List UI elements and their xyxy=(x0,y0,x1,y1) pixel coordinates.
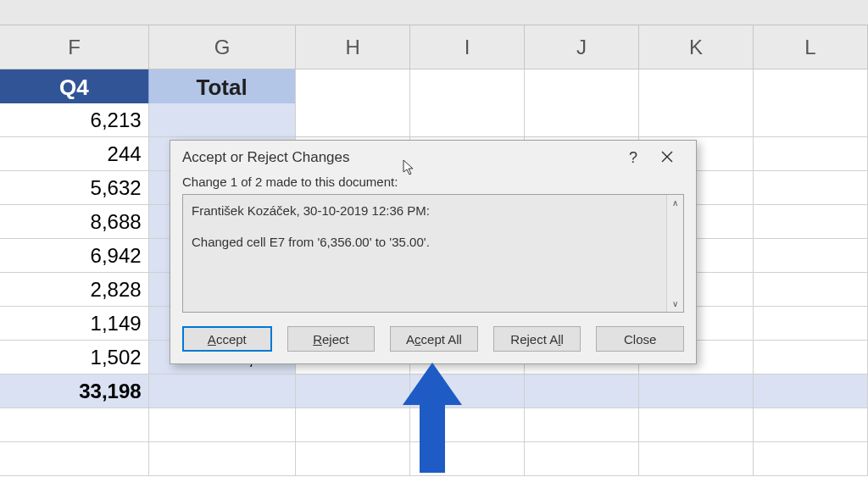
cell[interactable]: Q4 xyxy=(0,69,149,107)
reject-button[interactable]: Reject xyxy=(287,326,376,352)
cell[interactable] xyxy=(754,273,868,307)
col-header-l[interactable]: L xyxy=(754,25,868,69)
cell[interactable] xyxy=(639,103,754,137)
scroll-up-icon[interactable]: ∧ xyxy=(672,198,678,208)
accept-reject-dialog: Accept or Reject Changes ? Change 1 of 2… xyxy=(170,140,697,364)
cell[interactable] xyxy=(149,408,296,442)
col-header-f[interactable]: F xyxy=(0,25,149,69)
cell[interactable] xyxy=(296,103,410,137)
cell[interactable] xyxy=(296,374,410,408)
cell[interactable] xyxy=(754,69,868,107)
pointer-arrow-icon xyxy=(403,363,462,473)
cell[interactable] xyxy=(525,374,639,408)
cell[interactable]: 33,198 xyxy=(0,374,149,408)
col-header-g[interactable]: G xyxy=(149,25,296,69)
col-header-h[interactable]: H xyxy=(296,25,410,69)
cell[interactable] xyxy=(754,171,868,205)
cell[interactable] xyxy=(754,408,868,442)
cell[interactable] xyxy=(525,408,639,442)
cell[interactable]: Total xyxy=(149,69,296,107)
cell[interactable] xyxy=(754,239,868,273)
cell[interactable]: 6,942 xyxy=(0,239,149,273)
reject-all-button[interactable]: Reject All xyxy=(493,326,581,352)
table-header-row: Q4Total xyxy=(0,69,868,103)
cell[interactable] xyxy=(296,408,410,442)
table-row: 6,213 xyxy=(0,103,868,137)
cell[interactable] xyxy=(754,442,868,476)
column-headers: FGHIJKL xyxy=(0,25,868,69)
cell[interactable] xyxy=(754,205,868,239)
col-header-i[interactable]: I xyxy=(410,25,525,69)
cell[interactable] xyxy=(296,69,410,107)
accept-button[interactable]: Accept xyxy=(182,326,272,352)
cursor-icon xyxy=(403,159,416,180)
close-icon[interactable] xyxy=(650,149,684,167)
cell[interactable]: 1,502 xyxy=(0,341,149,374)
col-header-j[interactable]: J xyxy=(525,25,639,69)
col-header-k[interactable]: K xyxy=(639,25,754,69)
change-author: František Kozáček, 30-10-2019 12:36 PM: xyxy=(192,202,658,221)
scrollbar[interactable]: ∧ ∨ xyxy=(666,195,683,312)
help-icon[interactable]: ? xyxy=(616,149,650,167)
cell[interactable] xyxy=(754,103,868,137)
cell[interactable] xyxy=(754,137,868,171)
cell[interactable] xyxy=(754,341,868,374)
change-description: Changed cell E7 from '6,356.00' to '35.0… xyxy=(192,233,658,252)
cell[interactable] xyxy=(410,103,525,137)
cell[interactable]: 6,213 xyxy=(0,103,149,137)
cell[interactable] xyxy=(639,408,754,442)
cell[interactable] xyxy=(149,103,296,137)
cell[interactable] xyxy=(525,442,639,476)
change-details-box: František Kozáček, 30-10-2019 12:36 PM: … xyxy=(182,194,684,313)
toolbar-area xyxy=(0,0,868,25)
cell[interactable] xyxy=(410,69,525,107)
cell[interactable] xyxy=(149,374,296,408)
scroll-down-icon[interactable]: ∨ xyxy=(672,299,678,308)
cell[interactable] xyxy=(0,442,149,476)
change-counter-label: Change 1 of 2 made to this document: xyxy=(182,175,684,189)
cell[interactable]: 244 xyxy=(0,137,149,171)
cell[interactable]: 8,688 xyxy=(0,205,149,239)
close-button[interactable]: Close xyxy=(596,326,684,352)
cell[interactable] xyxy=(754,307,868,341)
cell[interactable] xyxy=(639,69,754,107)
cell[interactable] xyxy=(639,374,754,408)
cell[interactable] xyxy=(149,442,296,476)
cell[interactable]: 5,632 xyxy=(0,171,149,205)
dialog-titlebar[interactable]: Accept or Reject Changes ? xyxy=(170,141,696,175)
cell[interactable] xyxy=(296,442,410,476)
cell[interactable] xyxy=(525,69,639,107)
dialog-title-text: Accept or Reject Changes xyxy=(182,149,616,166)
cell[interactable] xyxy=(639,442,754,476)
cell[interactable]: 2,828 xyxy=(0,273,149,307)
cell[interactable] xyxy=(754,374,868,408)
accept-all-button[interactable]: Accept All xyxy=(390,326,478,352)
cell[interactable] xyxy=(0,408,149,442)
cell[interactable]: 1,149 xyxy=(0,307,149,341)
cell[interactable] xyxy=(525,103,639,137)
